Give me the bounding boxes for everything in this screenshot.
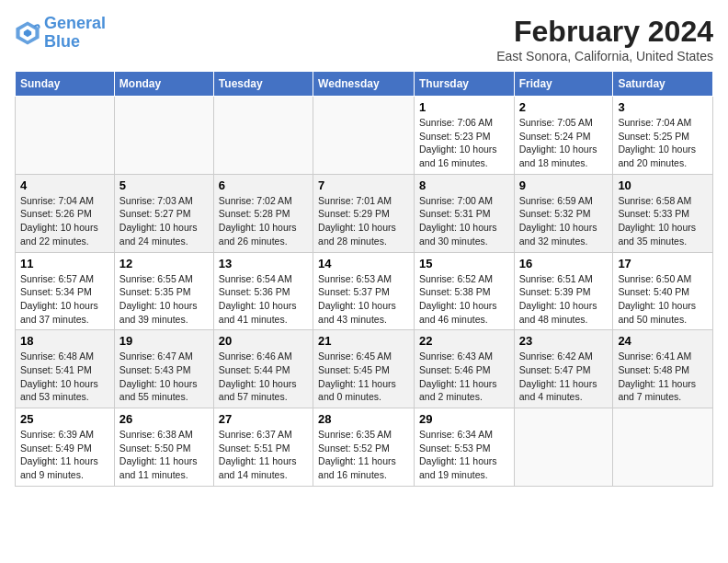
logo-line2: Blue: [44, 32, 80, 51]
day-number: 5: [119, 178, 209, 192]
calendar-cell: 26Sunrise: 6:38 AM Sunset: 5:50 PM Dayli…: [114, 408, 213, 487]
calendar-cell: 10Sunrise: 6:58 AM Sunset: 5:33 PM Dayli…: [613, 174, 713, 252]
day-number: 14: [318, 257, 409, 270]
logo: General Blue: [15, 15, 106, 52]
day-info: Sunrise: 6:50 AM Sunset: 5:40 PM Dayligh…: [618, 272, 708, 327]
weekday-header-thursday: Thursday: [414, 72, 514, 97]
calendar-cell: 19Sunrise: 6:47 AM Sunset: 5:43 PM Dayli…: [114, 330, 213, 408]
day-info: Sunrise: 7:01 AM Sunset: 5:29 PM Dayligh…: [318, 194, 409, 248]
day-number: 22: [419, 334, 509, 348]
day-info: Sunrise: 6:51 AM Sunset: 5:39 PM Dayligh…: [519, 272, 609, 327]
weekday-header-tuesday: Tuesday: [213, 72, 313, 97]
day-info: Sunrise: 6:35 AM Sunset: 5:52 PM Dayligh…: [318, 428, 409, 482]
logo-icon: [15, 20, 40, 46]
day-info: Sunrise: 6:34 AM Sunset: 5:53 PM Dayligh…: [419, 428, 509, 482]
weekday-header-monday: Monday: [114, 72, 213, 97]
calendar-cell: 23Sunrise: 6:42 AM Sunset: 5:47 PM Dayli…: [514, 330, 613, 408]
day-number: 28: [318, 412, 409, 426]
day-info: Sunrise: 6:43 AM Sunset: 5:46 PM Dayligh…: [419, 350, 509, 404]
day-info: Sunrise: 6:58 AM Sunset: 5:33 PM Dayligh…: [618, 194, 708, 248]
calendar-cell: [213, 97, 313, 175]
calendar-cell: 18Sunrise: 6:48 AM Sunset: 5:41 PM Dayli…: [16, 330, 115, 408]
day-number: 11: [20, 257, 109, 270]
day-info: Sunrise: 6:59 AM Sunset: 5:32 PM Dayligh…: [519, 194, 609, 248]
calendar-cell: 14Sunrise: 6:53 AM Sunset: 5:37 PM Dayli…: [313, 252, 415, 330]
day-info: Sunrise: 6:54 AM Sunset: 5:36 PM Dayligh…: [219, 272, 308, 327]
calendar-cell: 4Sunrise: 7:04 AM Sunset: 5:26 PM Daylig…: [16, 174, 115, 252]
calendar-cell: 17Sunrise: 6:50 AM Sunset: 5:40 PM Dayli…: [613, 252, 713, 330]
calendar-cell: 28Sunrise: 6:35 AM Sunset: 5:52 PM Dayli…: [313, 408, 415, 487]
calendar-week-row: 1Sunrise: 7:06 AM Sunset: 5:23 PM Daylig…: [16, 97, 713, 175]
day-info: Sunrise: 6:47 AM Sunset: 5:43 PM Dayligh…: [119, 350, 209, 404]
calendar-cell: 15Sunrise: 6:52 AM Sunset: 5:38 PM Dayli…: [414, 252, 514, 330]
day-info: Sunrise: 7:04 AM Sunset: 5:25 PM Dayligh…: [618, 116, 708, 170]
day-number: 29: [419, 412, 509, 426]
calendar-cell: 12Sunrise: 6:55 AM Sunset: 5:35 PM Dayli…: [114, 252, 213, 330]
calendar-cell: 21Sunrise: 6:45 AM Sunset: 5:45 PM Dayli…: [313, 330, 415, 408]
day-number: 9: [519, 178, 609, 192]
day-number: 21: [318, 334, 409, 348]
calendar-cell: 3Sunrise: 7:04 AM Sunset: 5:25 PM Daylig…: [613, 97, 713, 175]
day-number: 6: [219, 178, 308, 192]
day-info: Sunrise: 6:45 AM Sunset: 5:45 PM Dayligh…: [318, 350, 409, 404]
calendar-cell: 2Sunrise: 7:05 AM Sunset: 5:24 PM Daylig…: [514, 97, 613, 175]
calendar-cell: 16Sunrise: 6:51 AM Sunset: 5:39 PM Dayli…: [514, 252, 613, 330]
day-number: 23: [519, 334, 609, 348]
weekday-header-wednesday: Wednesday: [313, 72, 415, 97]
day-number: 10: [618, 178, 708, 192]
calendar-week-row: 25Sunrise: 6:39 AM Sunset: 5:49 PM Dayli…: [16, 408, 713, 487]
day-number: 3: [618, 100, 708, 114]
logo-text: General Blue: [44, 15, 106, 52]
day-number: 2: [519, 100, 609, 114]
calendar-week-row: 18Sunrise: 6:48 AM Sunset: 5:41 PM Dayli…: [16, 330, 713, 408]
calendar-cell: 8Sunrise: 7:00 AM Sunset: 5:31 PM Daylig…: [414, 174, 514, 252]
calendar-table: SundayMondayTuesdayWednesdayThursdayFrid…: [15, 71, 713, 487]
day-info: Sunrise: 6:39 AM Sunset: 5:49 PM Dayligh…: [20, 428, 109, 482]
day-number: 7: [318, 178, 409, 192]
calendar-cell: 11Sunrise: 6:57 AM Sunset: 5:34 PM Dayli…: [16, 252, 115, 330]
weekday-header-saturday: Saturday: [613, 72, 713, 97]
day-info: Sunrise: 7:06 AM Sunset: 5:23 PM Dayligh…: [419, 116, 509, 170]
day-info: Sunrise: 6:48 AM Sunset: 5:41 PM Dayligh…: [20, 350, 109, 404]
day-number: 4: [20, 178, 109, 192]
calendar-cell: 9Sunrise: 6:59 AM Sunset: 5:32 PM Daylig…: [514, 174, 613, 252]
main-title: February 2024: [496, 15, 713, 49]
day-info: Sunrise: 6:41 AM Sunset: 5:48 PM Dayligh…: [618, 350, 708, 404]
day-number: 27: [219, 412, 308, 426]
day-info: Sunrise: 6:37 AM Sunset: 5:51 PM Dayligh…: [219, 428, 308, 482]
calendar-cell: [16, 97, 115, 175]
day-number: 16: [519, 257, 609, 270]
calendar-cell: 20Sunrise: 6:46 AM Sunset: 5:44 PM Dayli…: [213, 330, 313, 408]
day-number: 8: [419, 178, 509, 192]
day-info: Sunrise: 7:03 AM Sunset: 5:27 PM Dayligh…: [119, 194, 209, 248]
calendar-cell: 29Sunrise: 6:34 AM Sunset: 5:53 PM Dayli…: [414, 408, 514, 487]
calendar-cell: [313, 97, 415, 175]
day-info: Sunrise: 6:38 AM Sunset: 5:50 PM Dayligh…: [119, 428, 209, 482]
calendar-cell: 5Sunrise: 7:03 AM Sunset: 5:27 PM Daylig…: [114, 174, 213, 252]
calendar-cell: [114, 97, 213, 175]
calendar-cell: 24Sunrise: 6:41 AM Sunset: 5:48 PM Dayli…: [613, 330, 713, 408]
day-number: 25: [20, 412, 109, 426]
day-number: 1: [419, 100, 509, 114]
day-number: 19: [119, 334, 209, 348]
day-info: Sunrise: 6:55 AM Sunset: 5:35 PM Dayligh…: [119, 272, 209, 327]
calendar-cell: 13Sunrise: 6:54 AM Sunset: 5:36 PM Dayli…: [213, 252, 313, 330]
weekday-header-friday: Friday: [514, 72, 613, 97]
calendar-week-row: 11Sunrise: 6:57 AM Sunset: 5:34 PM Dayli…: [16, 252, 713, 330]
header: General Blue February 2024 East Sonora, …: [15, 15, 713, 63]
subtitle: East Sonora, California, United States: [496, 49, 713, 63]
weekday-header-sunday: Sunday: [16, 72, 115, 97]
calendar-cell: 25Sunrise: 6:39 AM Sunset: 5:49 PM Dayli…: [16, 408, 115, 487]
calendar-cell: 7Sunrise: 7:01 AM Sunset: 5:29 PM Daylig…: [313, 174, 415, 252]
day-info: Sunrise: 7:00 AM Sunset: 5:31 PM Dayligh…: [419, 194, 509, 248]
calendar-cell: 27Sunrise: 6:37 AM Sunset: 5:51 PM Dayli…: [213, 408, 313, 487]
day-info: Sunrise: 7:05 AM Sunset: 5:24 PM Dayligh…: [519, 116, 609, 170]
day-info: Sunrise: 6:53 AM Sunset: 5:37 PM Dayligh…: [318, 272, 409, 327]
day-info: Sunrise: 6:57 AM Sunset: 5:34 PM Dayligh…: [20, 272, 109, 327]
day-number: 18: [20, 334, 109, 348]
weekday-header-row: SundayMondayTuesdayWednesdayThursdayFrid…: [16, 72, 713, 97]
day-info: Sunrise: 7:02 AM Sunset: 5:28 PM Dayligh…: [219, 194, 308, 248]
day-number: 15: [419, 257, 509, 270]
day-info: Sunrise: 6:52 AM Sunset: 5:38 PM Dayligh…: [419, 272, 509, 327]
day-info: Sunrise: 6:42 AM Sunset: 5:47 PM Dayligh…: [519, 350, 609, 404]
